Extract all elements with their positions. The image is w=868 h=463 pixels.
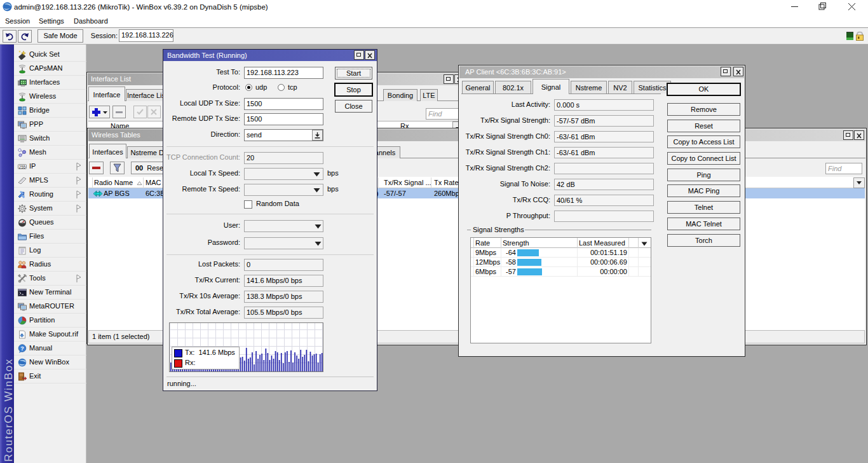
svg-text:255: 255 (19, 165, 26, 169)
svg-text:?: ? (20, 345, 24, 352)
